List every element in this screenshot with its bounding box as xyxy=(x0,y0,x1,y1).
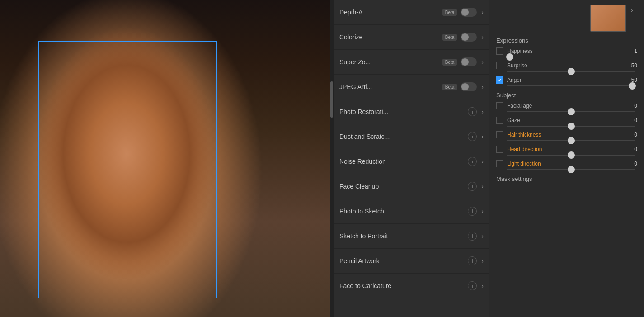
slider-track-head-direction[interactable] xyxy=(507,155,635,156)
slider-label-row-hair-thickness: Hair thickness0 xyxy=(496,131,637,138)
slider-track-hair-thickness[interactable] xyxy=(507,140,635,141)
slider-track-row-happiness[interactable] xyxy=(496,57,637,57)
tool-chevron-photo-to-sketch[interactable]: › xyxy=(481,208,484,215)
tool-badge-super-zo: Beta xyxy=(442,59,457,66)
tool-item-noise-reduction[interactable]: Noise Reductioni› xyxy=(334,149,489,174)
close-button[interactable]: › xyxy=(626,5,637,15)
slider-checkbox-light-direction[interactable] xyxy=(496,160,503,167)
slider-value-facial-age: 0 xyxy=(628,103,637,109)
tool-badge-colorize: Beta xyxy=(442,34,457,41)
slider-thumb-surprise[interactable] xyxy=(568,68,575,75)
tool-name-photo-to-sketch: Photo to Sketch xyxy=(339,208,468,215)
tool-item-depth-a[interactable]: Depth-A...Beta› xyxy=(334,0,489,25)
slider-value-hair-thickness: 0 xyxy=(628,132,637,138)
tool-chevron-photo-restoration[interactable]: › xyxy=(481,108,484,115)
slider-track-row-anger[interactable] xyxy=(496,85,637,86)
slider-track-row-hair-thickness[interactable] xyxy=(496,140,637,141)
tool-chevron-face-cleanup[interactable]: › xyxy=(481,183,484,190)
slider-track-row-surprise[interactable] xyxy=(496,71,637,72)
tool-name-face-cleanup: Face Cleanup xyxy=(339,183,468,190)
tool-item-photo-to-sketch[interactable]: Photo to Sketchi› xyxy=(334,199,489,224)
tools-panel: Depth-A...Beta›ColorizeBeta›Super Zo...B… xyxy=(334,0,489,317)
tool-item-dust-scratch[interactable]: Dust and Scratc...i› xyxy=(334,124,489,149)
tool-name-dust-scratch: Dust and Scratc... xyxy=(339,133,468,140)
tool-chevron-sketch-to-portrait[interactable]: › xyxy=(481,232,484,240)
slider-label-happiness: Happiness xyxy=(507,48,628,54)
slider-thumb-happiness[interactable] xyxy=(506,53,513,61)
tool-chevron-noise-reduction[interactable]: › xyxy=(481,158,484,165)
tool-item-photo-restoration[interactable]: Photo Restorati...i› xyxy=(334,99,489,124)
slider-value-light-direction: 0 xyxy=(628,161,637,167)
tool-toggle-super-zo[interactable] xyxy=(461,57,477,66)
tool-chevron-face-to-caricature[interactable]: › xyxy=(481,282,484,289)
tool-chevron-super-zo[interactable]: › xyxy=(481,58,484,66)
slider-label-row-surprise: Surprise50 xyxy=(496,62,637,69)
slider-thumb-gaze[interactable] xyxy=(568,123,575,130)
slider-checkbox-surprise[interactable] xyxy=(496,62,503,69)
portrait-image xyxy=(0,0,330,317)
tool-toggle-jpeg-arti[interactable] xyxy=(461,82,477,91)
tool-name-jpeg-arti: JPEG Arti... xyxy=(339,83,442,90)
slider-label-anger: Anger xyxy=(507,77,628,83)
slider-value-gaze: 0 xyxy=(628,117,637,123)
scrollbar-thumb[interactable] xyxy=(330,81,333,118)
expressions-sliders: Happiness1Surprise50Anger50 xyxy=(496,47,637,86)
tool-badge-jpeg-arti: Beta xyxy=(442,84,457,90)
tool-chevron-colorize[interactable]: › xyxy=(481,33,484,41)
slider-track-row-facial-age[interactable] xyxy=(496,111,637,112)
image-scrollbar[interactable] xyxy=(330,0,334,317)
slider-checkbox-facial-age[interactable] xyxy=(496,102,503,109)
slider-track-happiness[interactable] xyxy=(507,57,635,57)
portrait-thumbnail xyxy=(590,5,626,32)
tool-toggle-colorize[interactable] xyxy=(461,33,477,42)
tool-chevron-pencil-artwork[interactable]: › xyxy=(481,257,484,265)
slider-track-facial-age[interactable] xyxy=(507,111,635,112)
tool-name-colorize: Colorize xyxy=(339,33,442,41)
slider-checkbox-anger[interactable] xyxy=(496,76,503,84)
slider-label-row-gaze: Gaze0 xyxy=(496,117,637,124)
tool-info-sketch-to-portrait[interactable]: i xyxy=(468,232,477,241)
tool-info-photo-to-sketch[interactable]: i xyxy=(468,207,477,216)
tool-info-noise-reduction[interactable]: i xyxy=(468,157,477,166)
slider-label-row-light-direction: Light direction0 xyxy=(496,160,637,167)
tool-item-colorize[interactable]: ColorizeBeta› xyxy=(334,25,489,50)
tool-item-super-zo[interactable]: Super Zo...Beta› xyxy=(334,50,489,75)
tool-info-photo-restoration[interactable]: i xyxy=(468,107,477,116)
slider-thumb-light-direction[interactable] xyxy=(568,166,575,173)
tool-name-noise-reduction: Noise Reduction xyxy=(339,158,468,165)
slider-thumb-facial-age[interactable] xyxy=(568,108,575,115)
tool-info-pencil-artwork[interactable]: i xyxy=(468,256,477,265)
tool-name-depth-a: Depth-A... xyxy=(339,9,442,16)
slider-track-anger[interactable] xyxy=(507,85,635,86)
properties-panel: › Expressions Happiness1Surprise50Anger5… xyxy=(489,0,644,317)
slider-track-row-head-direction[interactable] xyxy=(496,155,637,156)
slider-track-light-direction[interactable] xyxy=(507,169,635,170)
slider-thumb-head-direction[interactable] xyxy=(568,151,575,159)
slider-checkbox-head-direction[interactable] xyxy=(496,146,503,153)
slider-label-row-head-direction: Head direction0 xyxy=(496,146,637,153)
tool-info-dust-scratch[interactable]: i xyxy=(468,132,477,141)
tool-item-face-to-caricature[interactable]: Face to Caricaturei› xyxy=(334,274,489,298)
tool-chevron-dust-scratch[interactable]: › xyxy=(481,133,484,140)
tool-info-face-to-caricature[interactable]: i xyxy=(468,281,477,290)
tool-info-face-cleanup[interactable]: i xyxy=(468,182,477,191)
slider-track-row-gaze[interactable] xyxy=(496,126,637,127)
tool-item-jpeg-arti[interactable]: JPEG Arti...Beta› xyxy=(334,75,489,99)
slider-track-surprise[interactable] xyxy=(507,71,635,72)
slider-checkbox-gaze[interactable] xyxy=(496,117,503,124)
subject-sliders: Facial age0Gaze0Hair thickness0Head dire… xyxy=(496,102,637,170)
tool-item-face-cleanup[interactable]: Face Cleanupi› xyxy=(334,174,489,199)
slider-thumb-anger[interactable] xyxy=(629,82,636,90)
tool-chevron-depth-a[interactable]: › xyxy=(481,9,484,16)
slider-track-row-light-direction[interactable] xyxy=(496,169,637,170)
slider-checkbox-happiness[interactable] xyxy=(496,47,503,55)
tool-toggle-depth-a[interactable] xyxy=(461,8,477,17)
tool-item-sketch-to-portrait[interactable]: Sketch to Portraiti› xyxy=(334,224,489,249)
tool-chevron-jpeg-arti[interactable]: › xyxy=(481,83,484,90)
slider-checkbox-hair-thickness[interactable] xyxy=(496,131,503,138)
slider-thumb-hair-thickness[interactable] xyxy=(568,137,575,144)
slider-label-surprise: Surprise xyxy=(507,62,628,69)
slider-track-gaze[interactable] xyxy=(507,126,635,127)
tool-item-pencil-artwork[interactable]: Pencil Artworki› xyxy=(334,249,489,274)
slider-label-hair-thickness: Hair thickness xyxy=(507,132,628,138)
